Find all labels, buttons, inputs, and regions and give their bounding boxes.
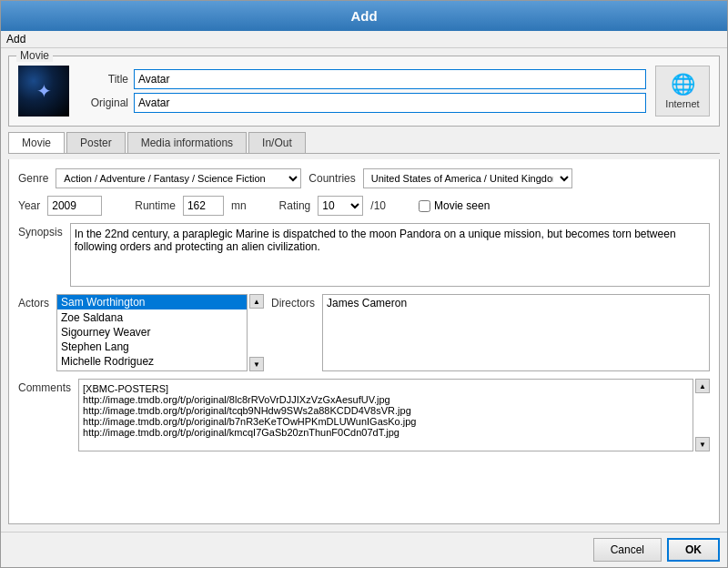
- internet-button[interactable]: 🌐 Internet: [655, 66, 710, 117]
- movie-group-label: Movie: [16, 49, 53, 62]
- list-item[interactable]: Sigourney Weaver: [61, 325, 243, 340]
- original-label: Original: [78, 96, 128, 109]
- actors-list[interactable]: Sam Worthington Zoe Saldana Sigourney We…: [56, 294, 248, 371]
- main-window: Add Add Movie ✦ Title Original: [0, 0, 728, 568]
- list-item[interactable]: Sam Worthington: [57, 295, 247, 309]
- original-row: Original: [78, 93, 646, 113]
- synopsis-area: Synopsis In the 22nd century, a parapleg…: [18, 223, 710, 287]
- list-item[interactable]: Zoe Saldana: [61, 310, 243, 325]
- list-item[interactable]: Stephen Lang: [61, 340, 243, 354]
- year-runtime-rating-row: Year Runtime mn Rating 10 9 8 7 6 5 /10: [18, 196, 710, 216]
- genre-select[interactable]: Action / Adventure / Fantasy / Science F…: [56, 168, 301, 188]
- synopsis-textarea[interactable]: In the 22nd century, a paraplegic Marine…: [70, 223, 710, 287]
- title-bar: Add: [1, 1, 727, 31]
- list-item[interactable]: Michelle Rodriguez: [61, 354, 243, 369]
- tabs-bar: Movie Poster Media informations In/Out: [8, 132, 720, 154]
- runtime-input[interactable]: [183, 196, 224, 216]
- movie-seen-label[interactable]: Movie seen: [419, 199, 490, 212]
- movie-seen-checkbox[interactable]: [419, 200, 430, 212]
- countries-label: Countries: [308, 172, 355, 185]
- synopsis-label: Synopsis: [18, 223, 63, 238]
- runtime-label: Runtime: [135, 199, 176, 212]
- rating-select[interactable]: 10 9 8 7 6 5: [318, 196, 363, 216]
- actors-directors-row: Actors Sam Worthington Zoe Saldana Sigou…: [18, 294, 710, 371]
- directors-list[interactable]: James Cameron: [322, 294, 710, 371]
- globe-icon: 🌐: [671, 73, 695, 96]
- genre-countries-row: Genre Action / Adventure / Fantasy / Sci…: [18, 168, 710, 188]
- comments-label: Comments: [18, 379, 71, 394]
- rating-suffix: /10: [370, 199, 386, 212]
- tab-movie[interactable]: Movie: [8, 132, 65, 153]
- comments-scroll-down[interactable]: ▼: [695, 437, 710, 451]
- actors-label: Actors: [18, 294, 49, 309]
- title-row: Title: [78, 69, 646, 89]
- tab-poster[interactable]: Poster: [66, 132, 126, 153]
- movie-thumbnail: ✦: [18, 66, 69, 117]
- comments-textarea[interactable]: [XBMC-POSTERS] http://image.tmdb.org/t/p…: [78, 379, 693, 451]
- year-input[interactable]: [47, 196, 102, 216]
- movie-fields: Title Original: [78, 69, 646, 113]
- genre-label: Genre: [18, 172, 48, 185]
- bottom-bar: Cancel OK: [1, 532, 727, 567]
- tab-media-informations[interactable]: Media informations: [127, 132, 247, 153]
- poster-icon: ✦: [36, 80, 52, 102]
- comments-row: Comments [XBMC-POSTERS] http://image.tmd…: [18, 379, 710, 451]
- menu-bar: Add: [1, 31, 727, 48]
- countries-select[interactable]: United States of America / United Kingdo…: [363, 168, 572, 188]
- ok-button[interactable]: OK: [667, 538, 720, 562]
- runtime-unit: mn: [231, 199, 247, 212]
- rating-label: Rating: [279, 199, 311, 212]
- actors-scroll-up[interactable]: ▲: [249, 294, 264, 309]
- title-label: Title: [78, 73, 128, 86]
- original-input[interactable]: [134, 93, 646, 113]
- directors-label: Directors: [271, 294, 315, 309]
- actors-list-inner: Sam Worthington Zoe Saldana Sigourney We…: [57, 295, 247, 371]
- list-item[interactable]: Giovanni Ribisi: [61, 369, 243, 371]
- tab-in-out[interactable]: In/Out: [248, 132, 306, 153]
- menu-bar-text: Add: [6, 33, 25, 46]
- movie-seen-text: Movie seen: [434, 199, 490, 212]
- actors-scroll-down[interactable]: ▼: [249, 357, 264, 371]
- list-item[interactable]: James Cameron: [327, 297, 705, 309]
- title-input[interactable]: [134, 69, 646, 89]
- cancel-button[interactable]: Cancel: [593, 538, 662, 562]
- tab-content-movie: Genre Action / Adventure / Fantasy / Sci…: [8, 159, 720, 524]
- year-label: Year: [18, 199, 40, 212]
- window-title: Add: [350, 8, 377, 24]
- movie-header: ✦ Title Original 🌐 Internet: [18, 62, 710, 117]
- comments-scroll-up[interactable]: ▲: [695, 379, 710, 393]
- content-area: Movie ✦ Title Original 🌐: [1, 48, 727, 532]
- movie-group: Movie ✦ Title Original 🌐: [8, 56, 720, 127]
- internet-button-label: Internet: [665, 98, 699, 109]
